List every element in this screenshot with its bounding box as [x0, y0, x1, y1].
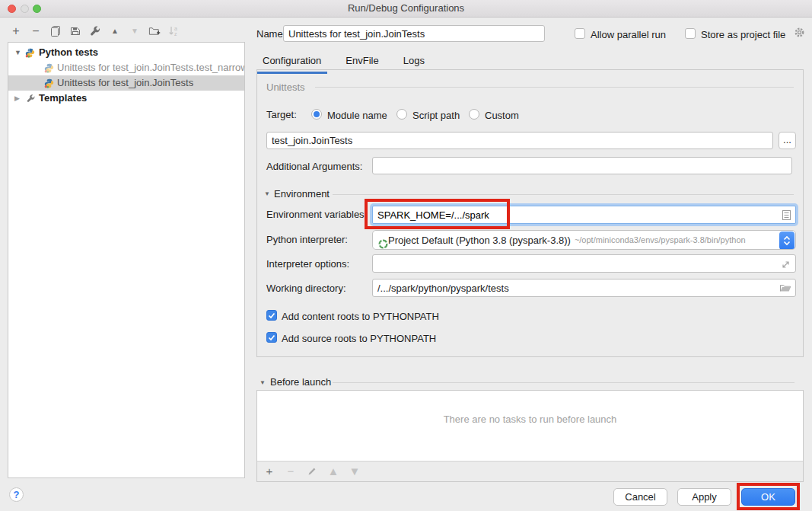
combo-spinner-icon[interactable] — [779, 232, 794, 250]
add-content-roots-checkbox[interactable] — [266, 310, 277, 321]
zoom-button[interactable] — [33, 5, 41, 13]
python-interpreter-value: Project Default (Python 3.8 (pyspark-3.8… — [388, 235, 571, 246]
radio-custom-label: Custom — [485, 110, 519, 121]
tree-item-label: Unittests for test_join.JoinTests — [57, 75, 193, 91]
tree-item-unittests-test-narrow[interactable]: Unittests for test_join.JoinTests.test_n… — [8, 60, 244, 75]
before-launch-section-label[interactable]: Before launch — [270, 376, 331, 388]
environment-variables-field[interactable] — [372, 206, 796, 224]
environment-variables-input[interactable] — [373, 206, 795, 223]
radio-script-path[interactable] — [396, 109, 407, 120]
remove-configuration-icon[interactable]: − — [30, 25, 42, 37]
environment-variables-label: Environment variables: — [266, 209, 367, 220]
radio-custom[interactable] — [469, 109, 479, 120]
configurations-toolbar: + − ▲ ▼ az — [10, 24, 180, 39]
target-label: Target: — [266, 109, 297, 120]
folder-icon[interactable] — [779, 283, 791, 296]
tree-item-label: Python tests — [39, 45, 98, 60]
title-bar: Run/Debug Configurations — [0, 0, 812, 18]
cancel-button[interactable]: Cancel — [613, 488, 667, 506]
close-button[interactable] — [8, 5, 16, 13]
radio-module-name-label: Module name — [327, 110, 387, 121]
new-folder-icon[interactable] — [148, 25, 161, 37]
svg-text:a: a — [174, 26, 177, 31]
configurations-tree: ▼ Python tests Unittests for test_join.J… — [8, 42, 245, 478]
sort-configurations-icon[interactable]: az — [168, 25, 180, 37]
help-button[interactable]: ? — [9, 487, 24, 502]
environment-collapse-icon[interactable]: ▼ — [264, 190, 270, 197]
add-content-roots-label: Add content roots to PYTHONPATH — [282, 311, 439, 322]
before-launch-divider — [333, 382, 794, 383]
python-interpreter-label: Python interpreter: — [266, 234, 348, 245]
group-divider — [315, 87, 794, 88]
store-as-project-file-label: Store as project file — [701, 29, 785, 40]
apply-button[interactable]: Apply — [677, 488, 731, 506]
expand-field-icon[interactable] — [781, 259, 791, 273]
save-configuration-icon[interactable] — [69, 25, 81, 37]
move-task-up-icon[interactable]: ▲ — [327, 465, 339, 477]
gear-icon[interactable] — [794, 27, 805, 41]
chevron-right-icon[interactable]: ▶ — [14, 91, 20, 106]
chevron-down-icon[interactable]: ▼ — [14, 45, 21, 60]
working-directory-input[interactable] — [372, 279, 796, 297]
templates-wrench-icon — [26, 93, 36, 108]
svg-text:z: z — [174, 31, 177, 37]
edit-templates-icon[interactable] — [89, 25, 101, 37]
working-directory-label: Working directory: — [266, 283, 346, 294]
tree-item-label: Templates — [39, 91, 87, 106]
interpreter-options-input[interactable] — [372, 254, 796, 273]
edit-task-pencil-icon[interactable] — [306, 465, 318, 477]
allow-parallel-run-label: Allow parallel run — [591, 29, 666, 40]
tree-item-python-tests[interactable]: ▼ Python tests — [8, 45, 244, 60]
conda-env-icon — [377, 238, 389, 250]
move-task-down-icon[interactable]: ▼ — [349, 465, 361, 477]
environment-divider — [333, 194, 794, 195]
before-launch-empty-text: There are no tasks to run before launch — [257, 414, 803, 425]
before-launch-toolbar: + − ▲ ▼ — [257, 461, 803, 481]
ok-button[interactable]: OK — [741, 488, 795, 506]
name-label: Name: — [256, 28, 285, 40]
window-title: Run/Debug Configurations — [0, 0, 812, 17]
move-up-icon[interactable]: ▲ — [109, 25, 121, 37]
env-vars-list-icon[interactable] — [782, 209, 791, 224]
allow-parallel-run-checkbox[interactable] — [575, 28, 585, 39]
python-interpreter-combo[interactable]: Project Default (Python 3.8 (pyspark-3.8… — [372, 230, 796, 250]
add-task-icon[interactable]: + — [263, 465, 275, 477]
additional-arguments-input[interactable] — [372, 157, 792, 174]
tree-item-label: Unittests for test_join.JoinTests.test_n… — [57, 60, 245, 75]
add-source-roots-label: Add source roots to PYTHONPATH — [282, 333, 436, 344]
environment-section-label[interactable]: Environment — [274, 188, 330, 200]
interpreter-options-label: Interpreter options: — [266, 258, 349, 270]
tree-item-templates[interactable]: ▶ Templates — [8, 91, 244, 106]
configuration-panel: Unittests Target: Module name Script pat… — [256, 69, 804, 357]
module-name-input[interactable] — [266, 132, 773, 149]
minimize-button[interactable] — [21, 5, 29, 13]
radio-script-path-label: Script path — [412, 110, 460, 121]
add-source-roots-checkbox[interactable] — [266, 332, 277, 343]
tree-item-unittests-jointests[interactable]: Unittests for test_join.JoinTests — [8, 75, 244, 91]
move-down-icon[interactable]: ▼ — [129, 25, 141, 37]
browse-button[interactable]: ... — [779, 132, 796, 149]
before-launch-collapse-icon[interactable]: ▼ — [260, 379, 266, 386]
add-configuration-icon[interactable]: + — [10, 25, 22, 37]
unittests-group-title: Unittests — [266, 81, 305, 93]
name-input[interactable] — [283, 25, 545, 42]
store-as-project-file-checkbox[interactable] — [685, 28, 696, 39]
radio-module-name[interactable] — [311, 109, 322, 120]
additional-arguments-label: Additional Arguments: — [266, 161, 362, 172]
copy-configuration-icon[interactable] — [49, 25, 62, 37]
before-launch-panel: There are no tasks to run before launch … — [256, 390, 804, 482]
remove-task-icon[interactable]: − — [285, 465, 297, 477]
python-interpreter-path: ~/opt/miniconda3/envs/pyspark-3.8/bin/py… — [575, 235, 746, 244]
